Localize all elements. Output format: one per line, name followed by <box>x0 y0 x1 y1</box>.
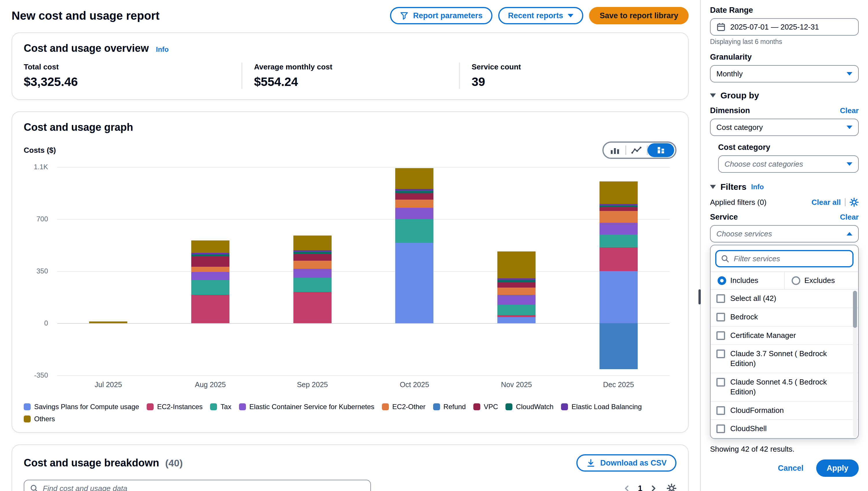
bar-column[interactable] <box>466 167 568 375</box>
dimension-select[interactable]: Cost category <box>710 119 859 136</box>
service-option[interactable]: Claude Sonnet 4.5 ( Bedrock Edition) <box>711 373 858 402</box>
legend-item[interactable]: EC2-Other <box>382 403 426 411</box>
bar-segment[interactable] <box>395 168 433 189</box>
bar-segment[interactable] <box>191 254 229 256</box>
legend-item[interactable]: Others <box>24 415 55 423</box>
bar-segment[interactable] <box>293 235 331 250</box>
services-filter-input[interactable] <box>734 254 848 263</box>
bar-column[interactable] <box>160 167 262 375</box>
legend-item[interactable]: Elastic Container Service for Kubernetes <box>239 403 374 411</box>
bar-segment[interactable] <box>191 267 229 272</box>
bar-segment[interactable] <box>395 191 433 193</box>
apply-button[interactable]: Apply <box>816 459 859 477</box>
bar-segment[interactable] <box>497 315 536 317</box>
group-by-section-toggle[interactable]: Group by <box>710 91 859 100</box>
checkbox-icon[interactable] <box>716 294 725 303</box>
bar-column[interactable] <box>364 167 466 375</box>
bar-segment[interactable] <box>600 323 638 369</box>
dimension-clear-link[interactable]: Clear <box>840 106 859 115</box>
legend-item[interactable]: CloudWatch <box>505 403 553 411</box>
bar-segment[interactable] <box>600 181 638 204</box>
bar-segment[interactable] <box>293 269 331 278</box>
report-parameters-button[interactable]: Report parameters <box>390 7 492 24</box>
checkbox-icon[interactable] <box>716 349 725 358</box>
bar-segment[interactable] <box>600 235 638 248</box>
stacked-bar-chart-toggle-button[interactable] <box>647 143 674 157</box>
bar-segment[interactable] <box>191 280 229 295</box>
bar-segment[interactable] <box>191 295 229 323</box>
clear-all-link[interactable]: Clear all <box>812 198 841 207</box>
bar-segment[interactable] <box>395 200 433 208</box>
service-option[interactable]: CloudFormation <box>711 402 858 420</box>
table-settings-button[interactable] <box>667 484 676 491</box>
checkbox-icon[interactable] <box>716 313 725 321</box>
bar-column[interactable] <box>261 167 364 375</box>
bar-segment[interactable] <box>497 280 536 282</box>
checkbox-icon[interactable] <box>716 331 725 340</box>
legend-item[interactable]: Elastic Load Balancing <box>561 403 642 411</box>
line-chart-toggle-button[interactable] <box>626 143 647 157</box>
legend-item[interactable]: EC2-Instances <box>147 403 203 411</box>
download-csv-button[interactable]: Download as CSV <box>576 454 676 472</box>
excludes-radio[interactable]: Excludes <box>784 272 858 289</box>
bar-segment[interactable] <box>497 295 536 305</box>
filters-info-link[interactable]: Info <box>751 183 764 191</box>
bar-segment[interactable] <box>293 254 331 261</box>
bar-segment[interactable] <box>497 278 536 280</box>
checkbox-icon[interactable] <box>716 425 725 433</box>
bar-segment[interactable] <box>497 305 536 315</box>
bar-segment[interactable] <box>293 261 331 269</box>
filters-section-toggle[interactable]: Filters Info <box>710 182 859 192</box>
breakdown-search-input[interactable] <box>43 484 365 491</box>
scrollbar-thumb[interactable] <box>853 291 857 328</box>
bar-segment[interactable] <box>293 250 331 252</box>
bar-segment[interactable] <box>600 211 638 223</box>
cancel-button[interactable]: Cancel <box>778 464 804 473</box>
bar-segment[interactable] <box>600 204 638 205</box>
legend-item[interactable]: VPC <box>473 403 498 411</box>
granularity-select[interactable]: Monthly <box>710 65 859 83</box>
bar-segment[interactable] <box>600 271 638 323</box>
service-option[interactable]: Bedrock <box>711 308 858 327</box>
panel-resize-handle[interactable] <box>698 289 701 305</box>
service-option[interactable]: CloudShell <box>711 420 858 438</box>
bar-segment[interactable] <box>293 292 331 323</box>
bar-segment[interactable] <box>497 252 536 278</box>
next-page-button[interactable] <box>649 484 657 491</box>
legend-item[interactable]: Tax <box>210 403 231 411</box>
bar-segment[interactable] <box>497 317 536 323</box>
bar-chart-toggle-button[interactable] <box>605 143 626 157</box>
bar-segment[interactable] <box>497 282 536 288</box>
save-to-report-library-button[interactable]: Save to report library <box>589 7 689 24</box>
bar-segment[interactable] <box>395 208 433 219</box>
service-option[interactable]: Certificate Manager <box>711 327 858 345</box>
bar-segment[interactable] <box>191 256 229 267</box>
bar-segment[interactable] <box>497 288 536 295</box>
previous-page-button[interactable] <box>623 484 631 491</box>
bar-segment[interactable] <box>191 240 229 253</box>
bar-segment[interactable] <box>600 205 638 207</box>
legend-item[interactable]: Savings Plans for Compute usage <box>24 403 139 411</box>
bar-segment[interactable] <box>293 278 331 292</box>
legend-item[interactable]: Refund <box>433 403 466 411</box>
bar-segment[interactable] <box>293 252 331 254</box>
service-option[interactable]: Select all (42) <box>711 290 858 308</box>
service-clear-link[interactable]: Clear <box>840 213 859 222</box>
services-select[interactable]: Choose services <box>710 225 859 242</box>
date-range-input[interactable]: 2025-07-01 — 2025-12-31 <box>710 18 859 36</box>
bar-segment[interactable] <box>600 223 638 235</box>
bar-segment[interactable] <box>191 272 229 280</box>
bar-segment[interactable] <box>89 321 127 323</box>
bar-segment[interactable] <box>395 189 433 191</box>
current-page-number[interactable]: 1 <box>638 484 642 491</box>
bar-segment[interactable] <box>600 207 638 211</box>
bar-column[interactable] <box>568 167 669 375</box>
service-option[interactable]: Claude 3.7 Sonnet ( Bedrock Edition) <box>711 345 858 373</box>
overview-info-link[interactable]: Info <box>156 46 169 53</box>
checkbox-icon[interactable] <box>716 406 725 415</box>
bar-segment[interactable] <box>395 219 433 243</box>
bar-segment[interactable] <box>395 243 433 323</box>
bar-segment[interactable] <box>600 248 638 271</box>
filter-settings-button[interactable] <box>849 198 859 207</box>
bar-column[interactable] <box>57 167 160 375</box>
